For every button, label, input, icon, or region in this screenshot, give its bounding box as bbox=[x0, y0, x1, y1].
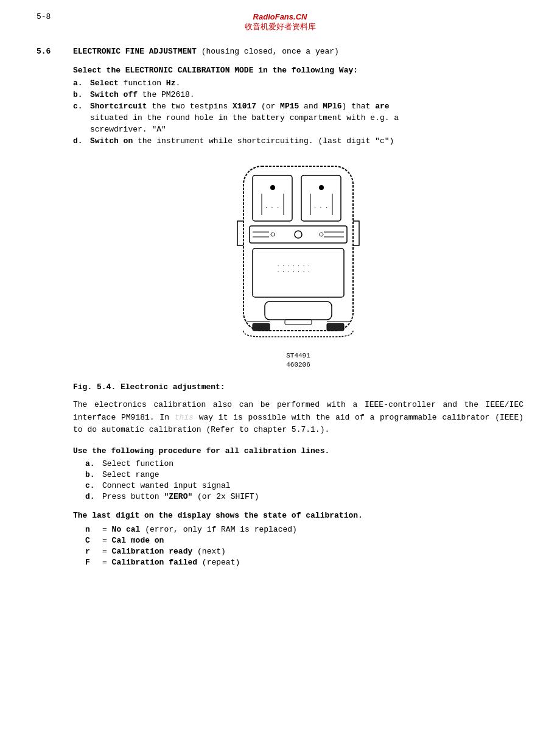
svg-text:· · ·: · · · bbox=[313, 205, 328, 210]
state-n-content: = No cal (error, only if RAM is replaced… bbox=[102, 525, 523, 534]
section-number: 5.6 bbox=[37, 47, 73, 56]
step-a-content: Select function Hz. bbox=[90, 79, 523, 88]
paragraph1: The electronics calibration also can be … bbox=[73, 399, 523, 437]
calibration-mode-heading: Select the ELECTRONIC CALIBRATION MODE i… bbox=[73, 66, 523, 75]
svg-point-4 bbox=[319, 185, 324, 190]
proc-step-c-content: Connect wanted input signal bbox=[102, 481, 523, 490]
page-header: RadioFans.CN 收音机爱好者资料库 bbox=[37, 12, 523, 32]
step-b: b. Switch off the PM2618. bbox=[73, 90, 523, 99]
step-d-content: Switch on the instrument while shortcirc… bbox=[90, 136, 523, 146]
content-block: Select the ELECTRONIC CALIBRATION MODE i… bbox=[73, 66, 523, 567]
svg-rect-22 bbox=[265, 301, 332, 320]
state-n-label: n bbox=[85, 525, 102, 534]
section-title: ELECTRONIC FINE ADJUSTMENT bbox=[73, 47, 197, 56]
proc-step-b-content: Select range bbox=[102, 470, 523, 479]
step-c-cont1: situated in the round hole in the batter… bbox=[90, 113, 523, 122]
svg-rect-2 bbox=[301, 175, 341, 221]
state-f: F = Calibration failed (repeat) bbox=[85, 558, 523, 567]
svg-point-13 bbox=[271, 233, 275, 236]
proc-step-d-label: d. bbox=[85, 492, 102, 501]
step-b-label: b. bbox=[73, 90, 90, 99]
procedure-heading: Use the following procedure for all cali… bbox=[73, 446, 523, 456]
proc-step-d-content: Press button "ZERO" (or 2x SHIFT) bbox=[102, 492, 523, 501]
proc-step-a-content: Select function bbox=[102, 459, 523, 468]
header-chinese: 收音机爱好者资料库 bbox=[37, 21, 523, 32]
display-states: n = No cal (error, only if RAM is replac… bbox=[85, 525, 523, 567]
state-r: r = Calibration ready (next) bbox=[85, 547, 523, 556]
state-f-label: F bbox=[85, 558, 102, 567]
state-c-content: = Cal mode on bbox=[102, 536, 523, 545]
step-c-cont2: screwdriver. "A" bbox=[90, 125, 523, 134]
svg-point-3 bbox=[270, 185, 275, 190]
svg-rect-23 bbox=[253, 323, 270, 331]
svg-rect-11 bbox=[250, 226, 347, 243]
state-r-label: r bbox=[85, 547, 102, 556]
step-a-label: a. bbox=[73, 79, 90, 88]
page-number: 5-8 bbox=[37, 12, 51, 21]
proc-step-d: d. Press button "ZERO" (or 2x SHIFT) bbox=[85, 492, 523, 501]
step-a: a. Select function Hz. bbox=[73, 79, 523, 88]
step-c-label: c. bbox=[73, 102, 90, 111]
svg-rect-24 bbox=[327, 323, 344, 331]
state-f-content: = Calibration failed (repeat) bbox=[102, 558, 523, 567]
figure-caption: Fig. 5.4. Electronic adjustment: bbox=[73, 382, 523, 392]
step-c: c. Shortcircuit the two testpins X1017 (… bbox=[73, 102, 523, 111]
step-c-content: Shortcircuit the two testpins X1017 (or … bbox=[90, 102, 523, 111]
display-heading: The last digit on the display shows the … bbox=[73, 511, 523, 520]
svg-point-14 bbox=[320, 233, 323, 236]
state-c: C = Cal mode on bbox=[85, 536, 523, 545]
svg-text:· · · · · · ·: · · · · · · · bbox=[277, 269, 310, 274]
section-heading: ELECTRONIC FINE ADJUSTMENT (housing clos… bbox=[73, 47, 339, 56]
proc-step-a: a. Select function bbox=[85, 459, 523, 468]
header-site: RadioFans.CN bbox=[37, 12, 523, 21]
state-r-content: = Calibration ready (next) bbox=[102, 547, 523, 556]
svg-text:· · · · · · ·: · · · · · · · bbox=[277, 263, 310, 268]
state-c-label: C bbox=[85, 536, 102, 545]
step-b-content: Switch off the PM2618. bbox=[90, 90, 523, 99]
state-n: n = No cal (error, only if RAM is replac… bbox=[85, 525, 523, 534]
svg-rect-1 bbox=[253, 175, 292, 221]
procedure-steps: a. Select function b. Select range c. Co… bbox=[85, 459, 523, 501]
svg-rect-25 bbox=[285, 320, 312, 325]
svg-point-12 bbox=[295, 231, 302, 238]
proc-step-b: b. Select range bbox=[85, 470, 523, 479]
diagram-caption: ST4491 460206 bbox=[73, 351, 523, 370]
svg-text:· · ·: · · · bbox=[265, 205, 279, 210]
step-d: d. Switch on the instrument while shortc… bbox=[73, 136, 523, 146]
proc-step-a-label: a. bbox=[85, 459, 102, 468]
proc-step-b-label: b. bbox=[85, 470, 102, 479]
section-title-row: 5.6 ELECTRONIC FINE ADJUSTMENT (housing … bbox=[37, 47, 523, 56]
device-diagram: · · · · · · · · · · · · · · · · · · · · bbox=[231, 160, 365, 349]
step-d-label: d. bbox=[73, 136, 90, 146]
section-title-suffix: (housing closed, once a year) bbox=[201, 47, 339, 56]
proc-step-c: c. Connect wanted input signal bbox=[85, 481, 523, 490]
proc-step-c-label: c. bbox=[85, 481, 102, 490]
diagram-container: · · · · · · · · · · · · · · · · · · · · bbox=[73, 160, 523, 370]
